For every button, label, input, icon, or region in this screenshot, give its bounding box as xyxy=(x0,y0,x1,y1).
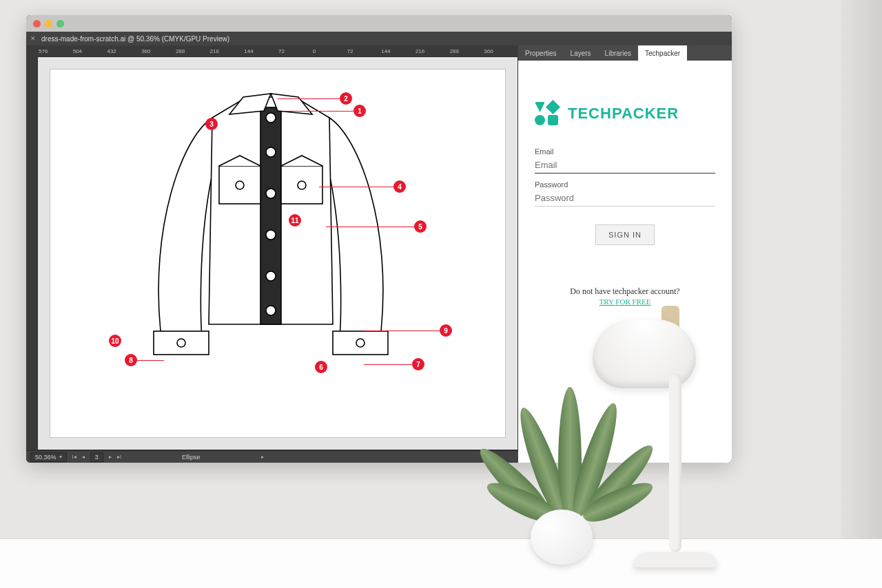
svg-point-7 xyxy=(266,189,276,198)
ruler-tick: 360 xyxy=(141,48,176,54)
callout-10: 10 xyxy=(109,335,121,347)
callout-5: 5 xyxy=(414,220,427,233)
app-window: ✕ dress-made-from-scratch.ai @ 50.36% (C… xyxy=(26,15,732,463)
signup-prompt-text: Do not have techpacker account? xyxy=(570,286,679,296)
techpacker-logo-icon xyxy=(535,102,558,125)
svg-point-12 xyxy=(298,181,306,189)
page-next-icon[interactable]: ▸ xyxy=(109,454,112,460)
zoom-value: 50.36% xyxy=(35,454,57,461)
ruler-tick: 432 xyxy=(107,48,141,54)
tab-libraries[interactable]: Libraries xyxy=(598,45,638,61)
callout-3: 3 xyxy=(205,118,218,130)
artboard: 2 1 3 4 5 11 9 7 6 xyxy=(50,70,505,437)
ruler-tick: 72 xyxy=(347,48,381,54)
maximize-icon[interactable] xyxy=(57,20,64,28)
callout-4: 4 xyxy=(393,180,406,193)
jacket-illustration xyxy=(126,76,416,372)
tab-layers[interactable]: Layers xyxy=(564,45,598,61)
callout-8: 8 xyxy=(125,354,137,366)
right-panel: Properties Layers Libraries Techpacker T… xyxy=(518,45,732,463)
close-tab-icon[interactable]: ✕ xyxy=(30,35,36,42)
wall-corner xyxy=(841,0,882,538)
callout-leader xyxy=(285,111,353,112)
svg-point-14 xyxy=(356,339,365,347)
callout-leader xyxy=(136,360,164,361)
zoom-level[interactable]: 50.36% ▾ xyxy=(30,452,67,462)
signin-button[interactable]: SIGN IN xyxy=(595,224,655,245)
password-field[interactable] xyxy=(535,190,715,207)
callout-leader xyxy=(319,187,395,187)
chevron-down-icon[interactable]: ▾ xyxy=(59,454,62,460)
techpacker-login-panel: TECHPACKER Email Password SIGN IN Do not… xyxy=(518,61,732,463)
callout-6: 6 xyxy=(315,361,327,373)
ruler-tick: 360 xyxy=(484,48,518,54)
canvas-pane: 576 504 432 360 288 216 144 72 0 72 144 … xyxy=(26,45,518,463)
svg-point-9 xyxy=(266,271,276,281)
tab-properties[interactable]: Properties xyxy=(518,45,564,61)
svg-point-8 xyxy=(266,230,276,240)
ruler-tick: 216 xyxy=(416,48,450,54)
close-icon[interactable] xyxy=(33,20,41,28)
email-label: Email xyxy=(535,147,715,156)
page-number[interactable]: 3 xyxy=(90,452,103,462)
callout-9: 9 xyxy=(440,324,452,337)
ruler-tick: 0 xyxy=(313,48,347,54)
page-first-icon[interactable]: I◂ xyxy=(72,454,76,460)
page-prev-icon[interactable]: ◂ xyxy=(82,454,85,460)
active-tool: Ellipse xyxy=(182,454,201,461)
status-bar: 50.36% ▾ I◂ ◂ 3 ▸ ▸I Ellipse ▸ xyxy=(26,450,518,463)
svg-point-13 xyxy=(177,339,185,347)
ruler-tick: 144 xyxy=(381,48,416,54)
signup-prompt: Do not have techpacker account? TRY FOR … xyxy=(535,286,715,307)
desk-surface xyxy=(0,538,882,588)
ruler-tick: 216 xyxy=(210,48,245,54)
ruler-vertical xyxy=(26,56,37,450)
svg-point-10 xyxy=(266,306,276,315)
minimize-icon[interactable] xyxy=(45,20,52,28)
ruler-tick: 288 xyxy=(450,48,484,54)
email-field[interactable] xyxy=(535,157,715,174)
try-free-link[interactable]: TRY FOR FREE xyxy=(599,297,651,306)
techpacker-logo: TECHPACKER xyxy=(535,102,715,125)
svg-point-6 xyxy=(266,147,276,157)
ruler-tick: 576 xyxy=(39,48,73,54)
svg-rect-0 xyxy=(260,107,281,324)
callout-1: 1 xyxy=(353,105,366,117)
document-tab-bar: ✕ dress-made-from-scratch.ai @ 50.36% (C… xyxy=(26,32,732,45)
tab-techpacker[interactable]: Techpacker xyxy=(638,45,687,61)
playback-icon[interactable]: ▸ xyxy=(261,454,264,460)
callout-2: 2 xyxy=(340,92,352,105)
ruler-horizontal: 576 504 432 360 288 216 144 72 0 72 144 … xyxy=(26,45,518,56)
svg-point-11 xyxy=(236,181,244,189)
panel-tabs: Properties Layers Libraries Techpacker xyxy=(518,45,732,61)
svg-point-5 xyxy=(266,113,276,123)
callout-leader xyxy=(278,98,340,99)
ruler-tick: 72 xyxy=(278,48,313,54)
callout-7: 7 xyxy=(412,358,424,370)
callout-leader xyxy=(364,364,412,365)
callout-11: 11 xyxy=(289,214,301,227)
ruler-tick: 144 xyxy=(244,48,278,54)
page-last-icon[interactable]: ▸I xyxy=(117,454,121,460)
page-value: 3 xyxy=(95,454,99,461)
ruler-tick: 504 xyxy=(73,48,107,54)
canvas[interactable]: 2 1 3 4 5 11 9 7 6 xyxy=(37,56,518,450)
document-tab-title[interactable]: dress-made-from-scratch.ai @ 50.36% (CMY… xyxy=(41,35,229,43)
password-label: Password xyxy=(535,180,715,189)
window-titlebar[interactable] xyxy=(26,15,732,32)
techpacker-wordmark: TECHPACKER xyxy=(568,105,679,123)
ruler-tick: 288 xyxy=(176,48,210,54)
callout-leader xyxy=(326,227,416,227)
callout-leader xyxy=(364,330,440,331)
